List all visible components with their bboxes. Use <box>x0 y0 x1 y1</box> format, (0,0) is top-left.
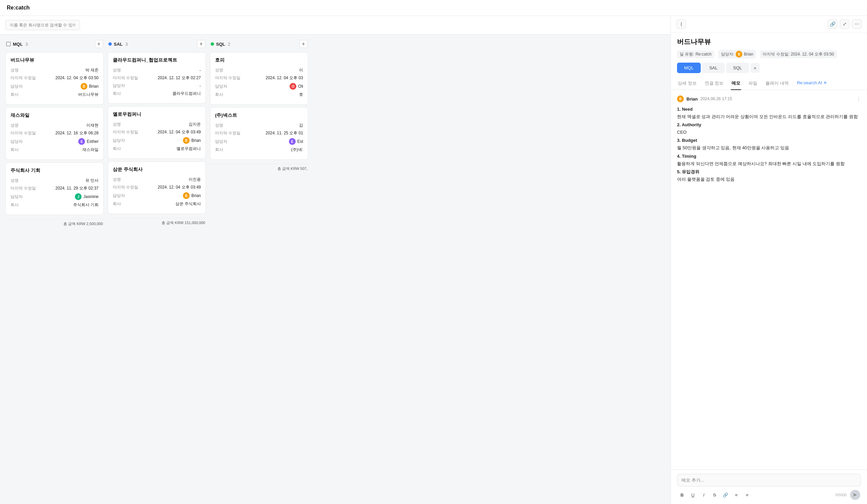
assignee-avatar: B <box>183 137 190 144</box>
memo-more-button[interactable]: ⋮ <box>856 97 861 101</box>
name-label: 성명 <box>11 178 19 184</box>
italic-button[interactable]: I <box>699 491 708 499</box>
modified-value: 2024. 12. 12 오후 02:27 <box>158 75 201 81</box>
search-input[interactable] <box>6 20 80 30</box>
card-row-company: 회사 옐로우컴퍼니 <box>113 146 201 152</box>
collapse-button[interactable]: ⟨ <box>676 19 686 29</box>
kanban-card[interactable]: 주식회사 기회 성명 유 민서 마지막 수정일 2024. 11. 29 오후 … <box>6 163 104 215</box>
card-row-company: 회사 재스와일 <box>11 147 98 153</box>
card-title: 옐로우컴퍼니 <box>113 111 201 118</box>
assignee-name: Brian <box>744 52 753 56</box>
memo-add-input[interactable] <box>677 474 861 486</box>
company-label: 회사 <box>11 147 19 153</box>
ordered-list-button[interactable]: ≡ <box>732 491 741 499</box>
company-value: 옐로우컴퍼니 <box>176 146 201 152</box>
card-row-assignee: 담당자 - <box>113 83 201 89</box>
card-row-modified: 마지막 수정일 2024. 12. 04 오후 03:50 <box>11 75 98 81</box>
nav-tab------[interactable]: 연결 정보 <box>704 77 725 90</box>
card-row-name: 성명 이재현 <box>11 122 98 128</box>
kanban-card[interactable]: 재스와일 성명 이재현 마지막 수정일 2024. 12. 16 오후 06:2… <box>6 107 104 160</box>
memo-section-title: 4. Timing <box>677 153 861 160</box>
nav-tab-re-search-ai--[interactable]: Re:search AI ✳ <box>796 77 828 90</box>
column-sql: SQL 2 + 호피 성명 이 마지막 수정일 2024. 12. 04 오후 … <box>210 39 308 173</box>
card-assignee: B Brian <box>183 192 201 199</box>
kanban-card[interactable]: 버드나무뷰 성명 박 재준 마지막 수정일 2024. 12. 04 오후 03… <box>6 52 104 105</box>
column-footer-mql: 총 금액 KRW 2,500,000 <box>6 219 104 229</box>
card-assignee: O Oli <box>290 83 303 90</box>
column-count: 3 <box>125 42 128 47</box>
assignee-name: Brian <box>191 138 201 143</box>
card-title: 삼쑨 주식회사 <box>113 166 201 173</box>
add-card-button[interactable]: + <box>299 40 308 48</box>
underline-button[interactable]: U <box>688 491 697 499</box>
unordered-list-button[interactable]: ≡ <box>743 491 751 499</box>
modified-label: 마지막 수정일 <box>215 130 240 136</box>
kanban-card[interactable]: 호피 성명 이 마지막 수정일 2024. 12. 04 오후 03 담당자 O… <box>210 52 308 105</box>
editor-right: 0/5000 <box>835 490 860 500</box>
name-label: 성명 <box>215 122 223 128</box>
memo-section-title: 1. Need <box>677 106 861 113</box>
link-button[interactable]: 🔗 <box>828 19 837 29</box>
kanban-board: MQL 3 + 버드나무뷰 성명 박 재준 마지막 수정일 2024. 12. … <box>0 34 671 504</box>
card-title: (주)넥스트 <box>215 112 303 119</box>
stage-tabs: MQLSALSQL» <box>671 63 867 77</box>
app-title: Re:catch <box>7 5 30 11</box>
kanban-card[interactable]: 클라우드컴퍼니_협업프로젝트 성명 - 마지막 수정일 2024. 12. 12… <box>108 52 206 103</box>
add-card-button[interactable]: + <box>95 40 103 48</box>
strikethrough-button[interactable]: S <box>710 491 719 499</box>
deal-type-chip: 딜 유형: Re:catch <box>677 51 714 58</box>
column-title-row: SAL 3 <box>108 42 128 47</box>
company-label: 회사 <box>215 92 223 98</box>
column-sal: SAL 3 + 클라우드컴퍼니_협업프로젝트 성명 - 마지막 수정일 2024… <box>108 39 206 228</box>
stage-more-button[interactable]: » <box>750 63 760 73</box>
kanban-card[interactable]: 삼쑨 주식회사 성명 이진용 마지막 수정일 2024. 12. 04 오후 0… <box>108 162 206 214</box>
memo-author-name: Brian <box>686 97 698 101</box>
company-value: 재스와일 <box>82 147 98 153</box>
memo-section-title: 2. Authority <box>677 121 861 129</box>
nav-tab------[interactable]: 상세 정보 <box>677 77 697 90</box>
link-insert-button[interactable]: 🔗 <box>721 491 730 499</box>
memo-section-text: CEO <box>677 129 861 136</box>
search-bar-row <box>0 16 671 34</box>
kanban-card[interactable]: 옐로우컴퍼니 성명 김지온 마지막 수정일 2024. 12. 04 오후 03… <box>108 106 206 159</box>
stage-tab-sal[interactable]: SAL <box>702 63 725 73</box>
send-button[interactable] <box>850 490 860 500</box>
assignee-avatar: O <box>290 83 296 90</box>
card-row-modified: 마지막 수정일 2024. 12. 04 오후 03:49 <box>113 129 201 135</box>
assignee-name: Est <box>297 139 303 144</box>
column-label: SQL <box>216 42 225 47</box>
add-card-button[interactable]: + <box>197 40 205 48</box>
name-value: 김 <box>299 122 303 128</box>
modified-value: 2024. 12. 16 오후 06:28 <box>55 130 98 136</box>
memo-user-info: B Brian 2024.06.26 17:15 <box>677 96 732 102</box>
assignee-avatar: B <box>736 51 742 57</box>
modified-label: 마지막 수정일 <box>113 129 138 135</box>
assignee-chip: 담당자: B Brian <box>718 50 756 58</box>
stage-tab-mql[interactable]: MQL <box>677 63 701 73</box>
card-row-assignee: 담당자 O Oli <box>215 83 303 90</box>
modified-label: 마지막 수정일 <box>113 185 138 190</box>
name-label: 성명 <box>113 67 121 73</box>
card-row-company: 회사 호 <box>215 92 303 98</box>
nav-tab-------[interactable]: 플레이 내역 <box>765 77 790 90</box>
modified-label: 마지막 수정일 <box>113 75 138 81</box>
kanban-panel: MQL 3 + 버드나무뷰 성명 박 재준 마지막 수정일 2024. 12. … <box>0 16 671 504</box>
name-label: 성명 <box>11 67 19 73</box>
nav-tab---[interactable]: 메모 <box>731 77 741 90</box>
assignee-avatar: E <box>289 138 296 145</box>
card-row-company: 회사 (주)넥: <box>215 147 303 153</box>
name-label: 성명 <box>215 67 223 73</box>
card-row-company: 회사 주식회사 기회 <box>11 202 98 208</box>
card-title: 호피 <box>215 57 303 63</box>
char-count: 0/5000 <box>835 493 847 497</box>
card-row-name: 성명 김지온 <box>113 121 201 127</box>
stage-tab-sql[interactable]: SQL <box>726 63 749 73</box>
card-row-modified: 마지막 수정일 2024. 12. 04 오후 03:49 <box>113 185 201 190</box>
more-button[interactable]: ⋯ <box>852 19 861 29</box>
kanban-card[interactable]: (주)넥스트 성명 김 마지막 수정일 2024. 11. 25 오후 01 담… <box>210 107 308 160</box>
memo-section-text: 활용하게 되신다면 언제쯤으로 예상하시나요? 최대한 빠른 시일 내에 도입하… <box>677 160 861 167</box>
detail-toolbar: ⟨ 🔗 ⤢ ⋯ <box>671 16 867 33</box>
expand-button[interactable]: ⤢ <box>840 19 849 29</box>
nav-tab---[interactable]: 파일 <box>748 77 758 90</box>
bold-button[interactable]: B <box>678 491 686 499</box>
